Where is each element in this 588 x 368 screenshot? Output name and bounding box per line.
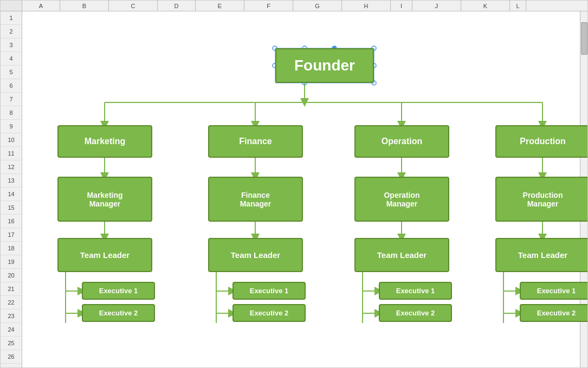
row-25: 25 bbox=[1, 337, 22, 350]
col-A: A bbox=[22, 1, 60, 11]
dept-operation[interactable]: Operation bbox=[354, 125, 449, 158]
row-18: 18 bbox=[1, 242, 22, 255]
exec2-production[interactable]: Executive 2 bbox=[520, 304, 587, 322]
col-I: I bbox=[391, 1, 412, 11]
row-23: 23 bbox=[1, 309, 22, 323]
row-16: 16 bbox=[1, 215, 22, 228]
exec1-finance[interactable]: Executive 1 bbox=[232, 282, 306, 300]
team-leader-production[interactable]: Team Leader bbox=[495, 238, 587, 272]
dept-marketing[interactable]: Marketing bbox=[57, 125, 152, 158]
row-4: 4 bbox=[1, 52, 22, 66]
manager-finance[interactable]: FinanceManager bbox=[208, 177, 303, 222]
row-20: 20 bbox=[1, 269, 22, 282]
scrollbar-thumb[interactable] bbox=[581, 22, 587, 55]
manager-marketing[interactable]: MarketingManager bbox=[57, 177, 152, 222]
row-17: 17 bbox=[1, 228, 22, 242]
dept-finance[interactable]: Finance bbox=[208, 125, 303, 158]
col-E: E bbox=[196, 1, 244, 11]
col-K: K bbox=[461, 1, 510, 11]
team-leader-operation[interactable]: Team Leader bbox=[354, 238, 449, 272]
content-area: Founder Marketing Finance Operation Prod… bbox=[22, 11, 580, 367]
row-8: 8 bbox=[1, 106, 22, 120]
row-22: 22 bbox=[1, 296, 22, 309]
row-numbers: 1 2 3 4 5 6 7 8 9 10 11 12 13 14 15 16 1… bbox=[1, 11, 22, 367]
col-D: D bbox=[158, 1, 196, 11]
col-L: L bbox=[510, 1, 526, 11]
row-6: 6 bbox=[1, 79, 22, 93]
row-13: 13 bbox=[1, 174, 22, 188]
manager-operation[interactable]: OperationManager bbox=[354, 177, 449, 222]
col-G: G bbox=[293, 1, 342, 11]
row-14: 14 bbox=[1, 188, 22, 201]
row-11: 11 bbox=[1, 147, 22, 160]
row-3: 3 bbox=[1, 38, 22, 52]
exec2-operation[interactable]: Executive 2 bbox=[379, 304, 452, 322]
row-5: 5 bbox=[1, 66, 22, 79]
col-F: F bbox=[244, 1, 293, 11]
col-J: J bbox=[412, 1, 461, 11]
exec2-finance[interactable]: Executive 2 bbox=[232, 304, 306, 322]
row-12: 12 bbox=[1, 160, 22, 174]
row-7: 7 bbox=[1, 93, 22, 106]
row-9: 9 bbox=[1, 120, 22, 133]
row-10: 10 bbox=[1, 133, 22, 147]
founder-node[interactable]: Founder bbox=[275, 48, 374, 83]
row-26: 26 bbox=[1, 350, 22, 364]
exec1-operation[interactable]: Executive 1 bbox=[379, 282, 452, 300]
exec2-marketing[interactable]: Executive 2 bbox=[82, 304, 155, 322]
row-21: 21 bbox=[1, 282, 22, 296]
row-24: 24 bbox=[1, 323, 22, 337]
team-leader-marketing[interactable]: Team Leader bbox=[57, 238, 152, 272]
col-C: C bbox=[109, 1, 158, 11]
exec1-marketing[interactable]: Executive 1 bbox=[82, 282, 155, 300]
row-1: 1 bbox=[1, 11, 22, 25]
row-15: 15 bbox=[1, 201, 22, 215]
col-B: B bbox=[60, 1, 109, 11]
manager-production[interactable]: ProductionManager bbox=[495, 177, 587, 222]
row-2: 2 bbox=[1, 25, 22, 38]
exec1-production[interactable]: Executive 1 bbox=[520, 282, 587, 300]
row-19: 19 bbox=[1, 255, 22, 269]
spreadsheet-wrapper: A B C D E F G H I J K L 1 2 3 4 5 6 7 8 … bbox=[0, 0, 588, 368]
team-leader-finance[interactable]: Team Leader bbox=[208, 238, 303, 272]
grid-body: 1 2 3 4 5 6 7 8 9 10 11 12 13 14 15 16 1… bbox=[1, 11, 587, 367]
corner-spacer bbox=[1, 1, 22, 11]
col-H: H bbox=[342, 1, 391, 11]
column-headers: A B C D E F G H I J K L bbox=[1, 1, 587, 11]
dept-production[interactable]: Production bbox=[495, 125, 587, 158]
